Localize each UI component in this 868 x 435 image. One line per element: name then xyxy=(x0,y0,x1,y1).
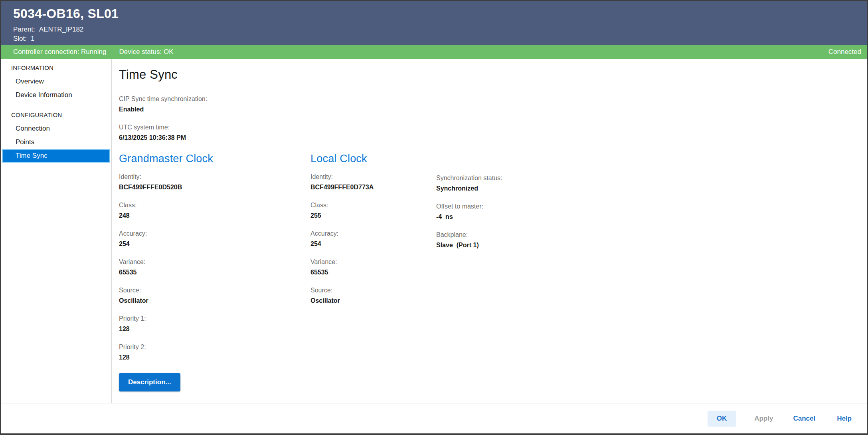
sidebar-item-overview[interactable]: Overview xyxy=(1,75,111,88)
field-gm-class: Class: 248 xyxy=(119,200,310,221)
field-gm-source: Source: Oscillator xyxy=(119,285,310,306)
field-gm-priority-1: Priority 1: 128 xyxy=(119,314,310,334)
slot-label: Slot: xyxy=(13,35,27,42)
clock-columns: Grandmaster Clock Identity: BCF499FFFE0D… xyxy=(119,153,851,391)
local-clock-section: Local Clock Identity: BCF499FFFE0D773A C… xyxy=(310,153,436,391)
field-gm-accuracy: Accuracy: 254 xyxy=(119,228,310,249)
field-backplane: Backplane: Slave (Port 1) xyxy=(436,230,502,250)
field-local-source: Source: Oscillator xyxy=(310,285,436,306)
grandmaster-clock-heading: Grandmaster Clock xyxy=(119,153,310,165)
field-gm-priority-2: Priority 2: 128 xyxy=(119,342,310,363)
field-offset-to-master: Offset to master: -4 ns xyxy=(436,201,502,222)
module-title: 5034-OB16, SL01 xyxy=(13,6,855,21)
sidebar-item-time-sync[interactable]: Time Sync xyxy=(2,149,110,163)
sidebar-item-connection[interactable]: Connection xyxy=(1,122,111,135)
field-gm-variance: Variance: 65535 xyxy=(119,257,310,278)
description-button[interactable]: Description... xyxy=(119,373,180,391)
sidebar-nav: INFORMATION Overview Device Information … xyxy=(1,59,112,403)
footer-bar: OK Apply Cancel Help xyxy=(1,403,867,433)
dialog-body: INFORMATION Overview Device Information … xyxy=(1,59,867,403)
time-sync-page: Time Sync CIP Sync time synchronization:… xyxy=(112,59,867,403)
cancel-button[interactable]: Cancel xyxy=(791,411,817,427)
apply-button[interactable]: Apply xyxy=(754,415,773,423)
local-clock-heading: Local Clock xyxy=(310,153,436,165)
ok-button[interactable]: OK xyxy=(708,411,736,427)
field-local-accuracy: Accuracy: 254 xyxy=(310,228,436,249)
status-bar: Controller connection: Running Device st… xyxy=(1,45,867,59)
page-title: Time Sync xyxy=(119,68,851,82)
field-gm-identity: Identity: BCF499FFFE0D520B xyxy=(119,172,310,193)
slot-value: 1 xyxy=(31,35,34,42)
nav-group-information: INFORMATION xyxy=(1,60,111,75)
controller-connection-status: Controller connection: Running xyxy=(13,48,106,56)
sidebar-item-points[interactable]: Points xyxy=(1,135,111,149)
general-fields: CIP Sync time synchronization: Enabled U… xyxy=(119,94,851,143)
field-utc-system-time: UTC system time: 6/13/2025 10:36:38 PM xyxy=(119,122,851,143)
field-sync-status: Synchronization status: Synchronized xyxy=(436,173,502,194)
field-local-identity: Identity: BCF499FFFE0D773A xyxy=(310,172,436,193)
parent-label: Parent: xyxy=(13,26,35,33)
field-local-variance: Variance: 65535 xyxy=(310,257,436,278)
sync-status-section: Synchronization status: Synchronized Off… xyxy=(436,153,502,391)
parent-value: AENTR_IP182 xyxy=(39,26,84,33)
field-cip-sync: CIP Sync time synchronization: Enabled xyxy=(119,94,851,115)
device-properties-window: 5034-OB16, SL01 Parent:AENTR_IP182 Slot:… xyxy=(0,0,868,435)
device-status: Device status: OK xyxy=(119,48,173,56)
connection-state-badge: Connected xyxy=(828,48,861,56)
nav-group-configuration: CONFIGURATION xyxy=(1,107,111,122)
help-button[interactable]: Help xyxy=(835,411,853,427)
field-local-class: Class: 255 xyxy=(310,200,436,221)
slot-line: Slot:1 xyxy=(13,34,855,43)
grandmaster-clock-section: Grandmaster Clock Identity: BCF499FFFE0D… xyxy=(119,153,310,391)
module-header: 5034-OB16, SL01 Parent:AENTR_IP182 Slot:… xyxy=(1,1,867,45)
parent-line: Parent:AENTR_IP182 xyxy=(13,25,855,34)
sidebar-item-device-information[interactable]: Device Information xyxy=(1,88,111,102)
